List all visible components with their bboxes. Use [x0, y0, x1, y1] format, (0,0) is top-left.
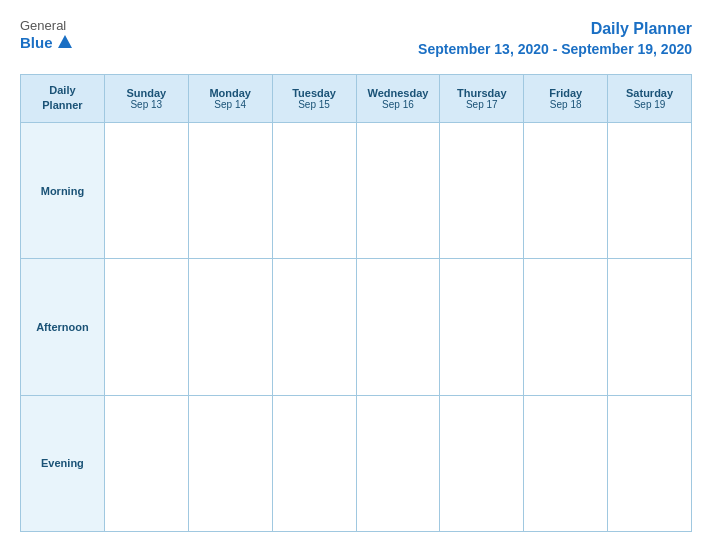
table-header-label: DailyPlanner	[21, 74, 105, 122]
day-date-tuesday: Sep 15	[275, 99, 354, 110]
cell-morning-tuesday[interactable]	[272, 122, 356, 258]
title-area: Daily Planner September 13, 2020 - Septe…	[418, 18, 692, 60]
planner-date-range: September 13, 2020 - September 19, 2020	[418, 40, 692, 60]
cell-afternoon-friday[interactable]	[524, 259, 608, 395]
cell-afternoon-thursday[interactable]	[440, 259, 524, 395]
planner-table: DailyPlanner Sunday Sep 13 Monday Sep 14…	[20, 74, 692, 532]
cell-afternoon-monday[interactable]	[188, 259, 272, 395]
logo-blue-text: Blue	[20, 34, 72, 51]
col-header-saturday: Saturday Sep 19	[608, 74, 692, 122]
cell-morning-friday[interactable]	[524, 122, 608, 258]
cell-morning-thursday[interactable]	[440, 122, 524, 258]
cell-evening-tuesday[interactable]	[272, 395, 356, 531]
cell-morning-wednesday[interactable]	[356, 122, 440, 258]
logo-blue-word: Blue	[20, 34, 53, 51]
row-label-morning: Morning	[21, 122, 105, 258]
cell-evening-saturday[interactable]	[608, 395, 692, 531]
table-header-row: DailyPlanner Sunday Sep 13 Monday Sep 14…	[21, 74, 692, 122]
cell-afternoon-tuesday[interactable]	[272, 259, 356, 395]
day-date-saturday: Sep 19	[610, 99, 689, 110]
col-header-thursday: Thursday Sep 17	[440, 74, 524, 122]
cell-evening-friday[interactable]	[524, 395, 608, 531]
cell-evening-sunday[interactable]	[104, 395, 188, 531]
cell-afternoon-sunday[interactable]	[104, 259, 188, 395]
day-date-monday: Sep 14	[191, 99, 270, 110]
logo-general-text: General	[20, 18, 66, 34]
page-header: General Blue Daily Planner September 13,…	[20, 18, 692, 60]
col-header-wednesday: Wednesday Sep 16	[356, 74, 440, 122]
day-name-wednesday: Wednesday	[359, 87, 438, 99]
col-header-tuesday: Tuesday Sep 15	[272, 74, 356, 122]
day-name-monday: Monday	[191, 87, 270, 99]
day-name-friday: Friday	[526, 87, 605, 99]
day-name-thursday: Thursday	[442, 87, 521, 99]
cell-morning-sunday[interactable]	[104, 122, 188, 258]
logo: General Blue	[20, 18, 72, 51]
table-row-afternoon: Afternoon	[21, 259, 692, 395]
row-label-evening: Evening	[21, 395, 105, 531]
cell-evening-monday[interactable]	[188, 395, 272, 531]
day-name-tuesday: Tuesday	[275, 87, 354, 99]
table-row-morning: Morning	[21, 122, 692, 258]
cell-morning-monday[interactable]	[188, 122, 272, 258]
cell-afternoon-wednesday[interactable]	[356, 259, 440, 395]
logo-triangle-icon	[58, 35, 72, 48]
col-header-sunday: Sunday Sep 13	[104, 74, 188, 122]
day-name-saturday: Saturday	[610, 87, 689, 99]
cell-morning-saturday[interactable]	[608, 122, 692, 258]
cell-evening-thursday[interactable]	[440, 395, 524, 531]
cell-evening-wednesday[interactable]	[356, 395, 440, 531]
day-date-wednesday: Sep 16	[359, 99, 438, 110]
day-date-thursday: Sep 17	[442, 99, 521, 110]
day-name-sunday: Sunday	[107, 87, 186, 99]
row-label-afternoon: Afternoon	[21, 259, 105, 395]
day-date-sunday: Sep 13	[107, 99, 186, 110]
col-header-friday: Friday Sep 18	[524, 74, 608, 122]
table-row-evening: Evening	[21, 395, 692, 531]
cell-afternoon-saturday[interactable]	[608, 259, 692, 395]
planner-title: Daily Planner	[418, 18, 692, 40]
day-date-friday: Sep 18	[526, 99, 605, 110]
col-header-monday: Monday Sep 14	[188, 74, 272, 122]
